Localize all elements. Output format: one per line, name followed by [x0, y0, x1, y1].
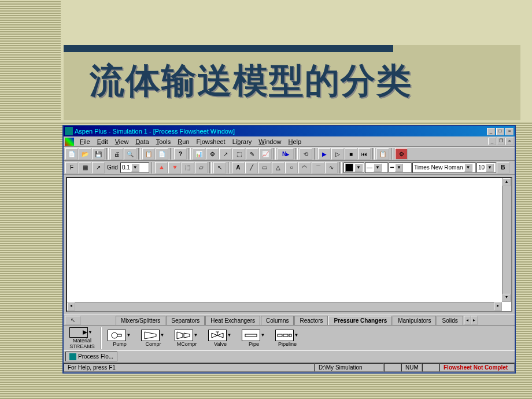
dropdown-icon[interactable]: ▼: [261, 332, 267, 338]
bezier-tool[interactable]: ∿: [325, 162, 338, 173]
manipulate-button[interactable]: ✎: [246, 148, 258, 160]
block-pipe[interactable]: ▼ Pipe: [238, 330, 269, 347]
maximize-button[interactable]: □: [496, 128, 504, 135]
close-button[interactable]: ×: [505, 128, 513, 135]
horizontal-scrollbar[interactable]: ◂ ▸: [67, 302, 502, 311]
tab-scroll-left[interactable]: ◂: [464, 316, 471, 325]
tab-scroll-right[interactable]: ▸: [471, 316, 478, 325]
block-compr[interactable]: ▼ Compr: [138, 330, 169, 347]
new-button[interactable]: 📄: [65, 148, 78, 160]
menu-library[interactable]: Library: [229, 138, 256, 146]
reset-button[interactable]: ⏮: [358, 148, 371, 160]
polygon-tool[interactable]: △: [272, 162, 285, 173]
menu-view[interactable]: View: [112, 138, 132, 146]
zoom-in-button[interactable]: 🔺: [155, 162, 168, 173]
zoom-area-button[interactable]: ▱: [195, 162, 208, 173]
dropdown-icon[interactable]: ▼: [486, 164, 494, 172]
font-name-combo[interactable]: Times New Roman▼: [412, 162, 476, 173]
mdi-close-button[interactable]: ×: [505, 138, 513, 145]
arc-tool[interactable]: ◠: [298, 162, 311, 173]
tab-heat-exchangers[interactable]: Heat Exchangers: [205, 316, 260, 325]
dropdown-icon[interactable]: ▼: [395, 164, 403, 172]
menu-app-icon[interactable]: [65, 138, 74, 146]
tab-solids[interactable]: Solids: [437, 316, 463, 325]
paste-button[interactable]: 📄: [156, 148, 168, 160]
minimize-button[interactable]: _: [487, 128, 495, 135]
plot-button[interactable]: 📈: [259, 148, 272, 160]
dropdown-icon[interactable]: ▼: [354, 164, 363, 172]
stream-button[interactable]: ↗: [219, 148, 232, 160]
tab-separators[interactable]: Separators: [166, 316, 205, 325]
tab-columns[interactable]: Columns: [261, 316, 294, 325]
dropdown-icon[interactable]: ▼: [227, 332, 233, 338]
text-tool[interactable]: A: [232, 162, 245, 173]
flowsheet-canvas[interactable]: ▴ ▾ ◂ ▸: [66, 177, 512, 312]
dropdown-icon[interactable]: ▼: [374, 164, 382, 172]
streams-selector[interactable]: ▼ Material STREAMS: [66, 327, 98, 349]
settings-button[interactable]: ⚙: [395, 148, 408, 160]
run-button[interactable]: ▶: [318, 148, 331, 160]
control-panel-button[interactable]: ⚙: [206, 148, 219, 160]
line-style-combo[interactable]: —▼: [365, 162, 388, 173]
open-button[interactable]: 📂: [79, 148, 91, 160]
menu-file[interactable]: File: [76, 138, 94, 146]
block-button[interactable]: ⬚: [232, 148, 245, 160]
block-pipeline[interactable]: ▼ Pipeline: [272, 330, 303, 347]
copy-button[interactable]: 📋: [142, 148, 155, 160]
reinit-button[interactable]: ⟲: [300, 148, 312, 160]
line-weight-combo[interactable]: ━▼: [389, 162, 412, 173]
scroll-right-button[interactable]: ▸: [494, 302, 502, 311]
block-pump[interactable]: ▼ Pump: [104, 330, 135, 347]
color-picker[interactable]: ▼: [343, 162, 364, 173]
mdi-minimize-button[interactable]: _: [488, 138, 496, 145]
dropdown-icon[interactable]: ▼: [160, 332, 166, 338]
rect-tool[interactable]: ▭: [258, 162, 271, 173]
dropdown-icon[interactable]: ▼: [294, 332, 300, 338]
menu-edit[interactable]: Edit: [94, 138, 112, 146]
dropdown-icon[interactable]: ▼: [127, 332, 132, 338]
tab-pressure-changers[interactable]: Pressure Changers: [328, 316, 392, 325]
save-button[interactable]: 💾: [92, 148, 105, 160]
bold-button[interactable]: B: [497, 162, 509, 173]
mdi-restore-button[interactable]: ❐: [497, 138, 505, 145]
tab-mixers-splitters[interactable]: Mixers/Splitters: [116, 316, 165, 325]
data-browser-button[interactable]: 📊: [193, 148, 205, 160]
menu-tools[interactable]: Tools: [153, 138, 175, 146]
zoom-fit-button[interactable]: ⬚: [182, 162, 194, 173]
tab-manipulators[interactable]: Manipulators: [393, 316, 436, 325]
results-button[interactable]: 📋: [376, 148, 389, 160]
grid-toggle-button[interactable]: ▦: [79, 162, 91, 173]
stop-button[interactable]: ■: [345, 148, 357, 160]
menu-window[interactable]: Window: [255, 138, 285, 146]
font-size-combo[interactable]: 10▼: [476, 162, 496, 173]
flowsheet-mode-button[interactable]: F: [65, 162, 78, 173]
menu-help[interactable]: Help: [285, 138, 305, 146]
preview-button[interactable]: 🔍: [124, 148, 136, 160]
print-button[interactable]: 🖨: [110, 148, 123, 160]
line-tool[interactable]: ╱: [245, 162, 258, 173]
vertical-scrollbar[interactable]: ▴ ▾: [502, 178, 511, 302]
menu-flowsheet[interactable]: Flowsheet: [193, 138, 229, 146]
help-button[interactable]: ?: [174, 148, 187, 160]
scroll-down-button[interactable]: ▾: [503, 294, 511, 302]
zoom-out-button[interactable]: 🔻: [168, 162, 181, 173]
block-mcompr[interactable]: ▼ MCompr: [171, 330, 202, 347]
dropdown-icon[interactable]: ▼: [131, 164, 139, 172]
tab-reactors[interactable]: Reactors: [294, 316, 328, 325]
step-button[interactable]: ▷: [331, 148, 344, 160]
pointer-tool[interactable]: ↖: [213, 162, 226, 173]
next-button[interactable]: N▸: [278, 148, 294, 160]
scroll-left-button[interactable]: ◂: [67, 302, 75, 311]
task-process-flowsheet[interactable]: Process Flo...: [65, 352, 117, 361]
curve-tool[interactable]: ⌒: [312, 162, 324, 173]
select-mode-button[interactable]: ↖: [65, 316, 81, 325]
block-valve[interactable]: ▼ Valve: [205, 330, 236, 347]
circle-tool[interactable]: ○: [285, 162, 298, 173]
scroll-up-button[interactable]: ▴: [503, 178, 511, 186]
dropdown-icon[interactable]: ▼: [194, 332, 200, 338]
grid-size-combo[interactable]: 0.1▼: [120, 162, 149, 173]
dropdown-icon[interactable]: ▼: [464, 164, 472, 172]
menu-data[interactable]: Data: [132, 138, 152, 146]
dropdown-icon[interactable]: ▼: [88, 330, 95, 335]
menu-run[interactable]: Run: [174, 138, 193, 146]
